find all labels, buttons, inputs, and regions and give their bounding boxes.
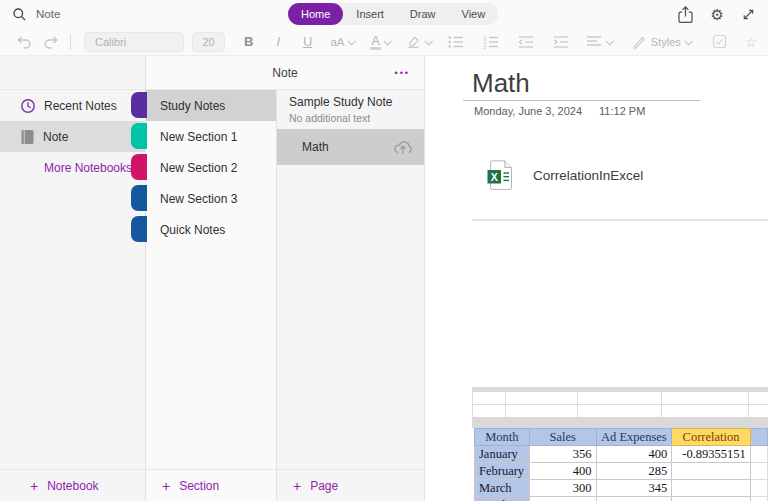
section-color-tab (131, 216, 147, 242)
notebook-icon (20, 129, 35, 145)
search-text: Note (36, 8, 60, 20)
cloud-sync-icon (392, 138, 414, 156)
sheet-cell (672, 480, 751, 497)
sidebar-item-recent-notes[interactable]: Recent Notes (0, 90, 145, 121)
page-meta: Monday, June 3, 2024 11:12 PM (474, 105, 645, 117)
sheet-cell: 356 (529, 446, 596, 463)
sidebar-header (0, 56, 145, 90)
spreadsheet-preview[interactable]: MonthSalesAd ExpensesCorrelationJanuary3… (472, 387, 768, 501)
star-tag-icon[interactable]: ☆ (745, 35, 758, 49)
file-attachment[interactable]: X CorrelationInExcel (487, 160, 643, 190)
plus-icon (162, 479, 170, 493)
notebook-title: Note (272, 66, 297, 80)
sidebar-item-label: More Notebooks (44, 161, 132, 175)
change-case-button[interactable]: aA (330, 36, 354, 48)
sheet-cell: 285 (596, 463, 672, 480)
page-item-sample-study-note[interactable]: Sample Study Note No additional text (277, 90, 424, 129)
sheet-cell (750, 497, 767, 501)
onenote-app: Note Home Insert Draw View ⚙ Calibri (0, 0, 768, 501)
sidebar-item-label: Note (43, 130, 68, 144)
styles-button[interactable]: Styles (632, 35, 691, 49)
sheet-table: MonthSalesAd ExpensesCorrelationJanuary3… (474, 428, 768, 501)
tab-draw[interactable]: Draw (397, 3, 449, 25)
tab-insert[interactable]: Insert (343, 3, 397, 25)
sidebar-item-note[interactable]: Note (0, 121, 145, 152)
sidebar-item-more-notebooks[interactable]: More Notebooks (0, 152, 145, 183)
sheet-header-cell: Correlation (672, 429, 751, 446)
settings-gear-icon[interactable]: ⚙ (711, 7, 724, 22)
fullscreen-expand-icon[interactable] (741, 7, 756, 22)
section-item-new-section-1[interactable]: New Section 1 (146, 121, 276, 152)
sheet-header-cell: Ad Expenses (596, 429, 672, 446)
tab-view[interactable]: View (449, 3, 499, 25)
attachment-name: CorrelationInExcel (533, 168, 643, 183)
notebook-panel: Note Study Notes New Section 1 New Sec (146, 56, 425, 501)
page-title[interactable]: Math (472, 68, 530, 99)
sheet-cell (672, 497, 751, 501)
sheet-cell: 300 (529, 480, 596, 497)
sheet-cell (672, 463, 751, 480)
app-body: Recent Notes Note More Notebooks Noteboo… (0, 56, 768, 501)
highlighter-button[interactable] (406, 34, 431, 49)
top-app-bar: Note Home Insert Draw View ⚙ (0, 0, 768, 28)
italic-button[interactable]: I (276, 34, 280, 49)
section-item-new-section-3[interactable]: New Section 3 (146, 183, 276, 214)
search-icon (12, 7, 27, 22)
font-name-field[interactable]: Calibri (84, 32, 184, 52)
section-color-tab (131, 92, 147, 118)
sheet-header-cell (750, 429, 767, 446)
sheet-row-band (472, 417, 768, 428)
plus-icon (293, 479, 301, 493)
outdent-icon[interactable] (518, 35, 534, 49)
alignment-button[interactable] (586, 35, 612, 49)
sheet-cell: February (475, 463, 530, 480)
top-actions: ⚙ (677, 0, 756, 28)
sheet-cell: 284 (529, 497, 596, 501)
todo-tag-icon[interactable] (712, 34, 727, 49)
svg-text:X: X (491, 171, 498, 183)
sheet-header-cell: Sales (529, 429, 596, 446)
more-options-icon[interactable] (395, 68, 410, 78)
section-item-new-section-2[interactable]: New Section 2 (146, 152, 276, 183)
tab-home[interactable]: Home (288, 3, 343, 25)
bullet-list-icon[interactable] (448, 35, 464, 49)
font-size-field[interactable]: 20 (192, 32, 225, 52)
sheet-header-cell: Month (475, 429, 530, 446)
toolbar-divider (70, 34, 71, 50)
sheet-cell: January (475, 446, 530, 463)
add-section-button[interactable]: Section (146, 469, 276, 501)
add-page-button[interactable]: Page (277, 469, 424, 501)
sheet-cell: March (475, 480, 530, 497)
numbered-list-icon[interactable]: 123 (483, 35, 499, 49)
sheet-cell: 400 (596, 446, 672, 463)
search-field[interactable]: Note (12, 4, 60, 24)
pages-list: Sample Study Note No additional text Mat… (277, 90, 424, 501)
share-icon[interactable] (677, 5, 694, 24)
redo-icon[interactable] (43, 34, 59, 50)
section-item-quick-notes[interactable]: Quick Notes (146, 214, 276, 245)
section-item-study-notes[interactable]: Study Notes (146, 90, 276, 121)
underline-button[interactable]: U (303, 34, 312, 49)
notebook-panel-header: Note (146, 56, 424, 90)
sheet-cell: 365 (596, 497, 672, 501)
sheet-cell: April (475, 497, 530, 501)
plus-icon (30, 479, 38, 493)
sheet-cell (750, 446, 767, 463)
sheet-cell (750, 480, 767, 497)
font-color-button[interactable]: A (371, 34, 389, 50)
indent-icon[interactable] (553, 35, 569, 49)
bold-button[interactable]: B (244, 34, 253, 49)
section-color-tab (131, 123, 147, 149)
sidebar-item-label: Recent Notes (44, 99, 117, 113)
svg-text:3: 3 (483, 43, 486, 49)
add-notebook-button[interactable]: Notebook (0, 469, 145, 501)
excel-file-icon: X (487, 160, 513, 190)
page-date: Monday, June 3, 2024 (474, 105, 596, 117)
title-underline (463, 100, 700, 101)
page-item-math[interactable]: Math (277, 129, 424, 165)
formatting-toolbar: Calibri 20 B I U aA A 123 (0, 28, 768, 56)
undo-icon[interactable] (16, 34, 32, 50)
sheet-cell (750, 463, 767, 480)
page-time: 11:12 PM (599, 105, 645, 117)
page-canvas[interactable]: Math Monday, June 3, 2024 11:12 PM X Cor… (425, 56, 768, 501)
